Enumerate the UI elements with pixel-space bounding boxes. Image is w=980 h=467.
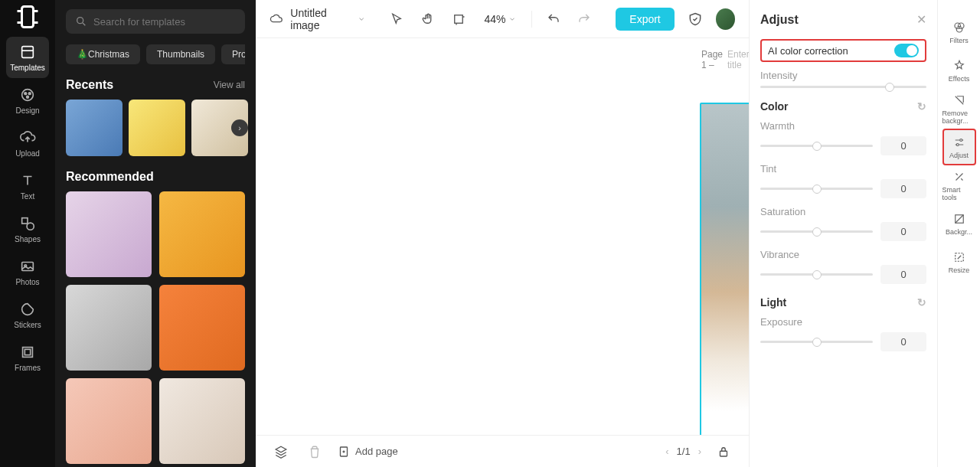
svg-point-25 [956,26,962,32]
next-page-icon[interactable]: › [698,446,701,457]
app-logo[interactable] [14,3,41,31]
search-input[interactable] [93,16,236,28]
svg-point-4 [28,92,31,94]
nav-templates[interactable]: Templates [6,37,49,78]
svg-rect-22 [720,451,727,456]
svg-point-12 [77,18,83,24]
adjust-tool[interactable]: Adjust [942,129,976,165]
saturation-label: Saturation [760,206,926,217]
template-card[interactable] [159,191,245,277]
nav-design[interactable]: Design [6,80,49,121]
chevron-down-icon [508,15,516,23]
left-sidebar: Templates Design Upload Text Shapes Phot… [0,0,55,467]
saturation-value[interactable]: 0 [880,222,926,241]
saturation-slider[interactable] [760,230,873,233]
exposure-label: Exposure [760,316,926,328]
nav-text[interactable]: Text [6,165,49,207]
nav-photos[interactable]: Photos [6,251,49,292]
add-page-button[interactable]: Add page [337,445,398,459]
canvas-photo[interactable] [700,103,749,435]
recents-title: Recents [66,78,113,92]
cursor-tool[interactable] [387,8,407,31]
recent-thumb[interactable] [66,100,122,156]
export-button[interactable]: Export [616,8,674,31]
recents-row: › [66,100,245,156]
svg-point-26 [959,139,962,141]
undo-button[interactable] [543,8,563,31]
template-card[interactable] [159,378,245,464]
warmth-label: Warmth [760,120,926,132]
chip-product[interactable]: Prod [221,44,245,64]
warmth-slider[interactable] [760,145,873,147]
search-box[interactable] [66,9,245,34]
layers-icon[interactable] [270,440,292,463]
resize-tool[interactable]: Resize [942,243,976,280]
canvas-body[interactable]: Page 1 – Enter title [256,38,749,435]
chip-thumbnails[interactable]: Thumbnails [146,44,215,64]
zoom-display[interactable]: 44% [479,13,521,25]
canvas-area: Untitled image 44% Export Page 1 – Ente [256,0,749,467]
right-sidebar: Filters Effects Remove backgr... Adjust … [937,0,980,467]
doc-title[interactable]: Untitled image [290,7,349,31]
nav-stickers[interactable]: Stickers [6,294,49,335]
svg-rect-0 [22,7,34,28]
reset-color-icon[interactable]: ↻ [917,100,926,113]
bottom-bar: Add page ‹ 1/1 › [256,435,749,467]
exposure-slider[interactable] [760,341,873,343]
filters-tool[interactable]: Filters [942,14,976,51]
template-card[interactable] [66,285,152,371]
nav-label: Stickers [14,321,41,329]
scroll-right-icon[interactable]: › [231,119,248,136]
page-title-input[interactable]: Enter title [727,49,749,70]
vibrance-label: Vibrance [760,249,926,260]
vibrance-value[interactable]: 0 [880,265,926,284]
prev-page-icon[interactable]: ‹ [665,446,668,457]
template-card[interactable] [66,378,152,464]
add-page-icon [337,445,351,459]
tint-label: Tint [760,163,926,175]
vibrance-slider[interactable] [760,273,873,276]
intensity-slider[interactable] [760,86,926,88]
crop-tool[interactable] [449,8,469,31]
ai-toggle[interactable] [894,44,919,57]
user-avatar[interactable] [716,8,735,30]
shield-icon[interactable] [685,8,705,31]
svg-rect-8 [22,262,34,270]
close-icon[interactable]: ✕ [916,12,926,27]
hand-tool[interactable] [417,8,437,31]
recent-thumb[interactable] [129,100,185,156]
svg-rect-6 [22,217,28,223]
nav-frames[interactable]: Frames [6,337,49,378]
tint-value[interactable]: 0 [880,179,926,198]
page-label: Page 1 – Enter title [701,49,749,70]
redo-button[interactable] [574,8,594,31]
template-card[interactable] [66,191,152,277]
color-group-title: Color [760,100,789,113]
svg-point-2 [22,89,34,100]
nav-label: Text [21,192,34,201]
background-tool[interactable]: Backgr... [942,205,976,242]
nav-label: Upload [15,149,40,158]
lock-icon[interactable] [712,440,735,463]
chevron-down-icon[interactable] [358,15,365,24]
chip-christmas[interactable]: 🎄Christmas [66,44,140,64]
exposure-value[interactable]: 0 [880,332,926,351]
view-all-link[interactable]: View all [214,80,245,90]
nav-shapes[interactable]: Shapes [6,208,49,250]
warmth-value[interactable]: 0 [880,136,926,155]
nav-label: Shapes [15,235,41,243]
remove-bg-tool[interactable]: Remove backgr... [942,90,976,127]
page-count: ‹ 1/1 › [665,446,701,457]
effects-tool[interactable]: Effects [942,52,976,89]
nav-label: Photos [15,278,39,286]
top-toolbar: Untitled image 44% Export [256,0,749,38]
tint-slider[interactable] [760,188,873,190]
reset-light-icon[interactable]: ↻ [917,296,926,309]
template-card[interactable] [159,285,245,371]
cloud-icon [270,11,283,27]
trash-icon[interactable] [303,440,326,463]
smart-tools[interactable]: Smart tools [942,167,976,204]
templates-panel: 🎄Christmas Thumbnails Prod Recents View … [55,0,256,467]
nav-upload[interactable]: Upload [6,122,49,164]
svg-point-5 [27,96,29,98]
